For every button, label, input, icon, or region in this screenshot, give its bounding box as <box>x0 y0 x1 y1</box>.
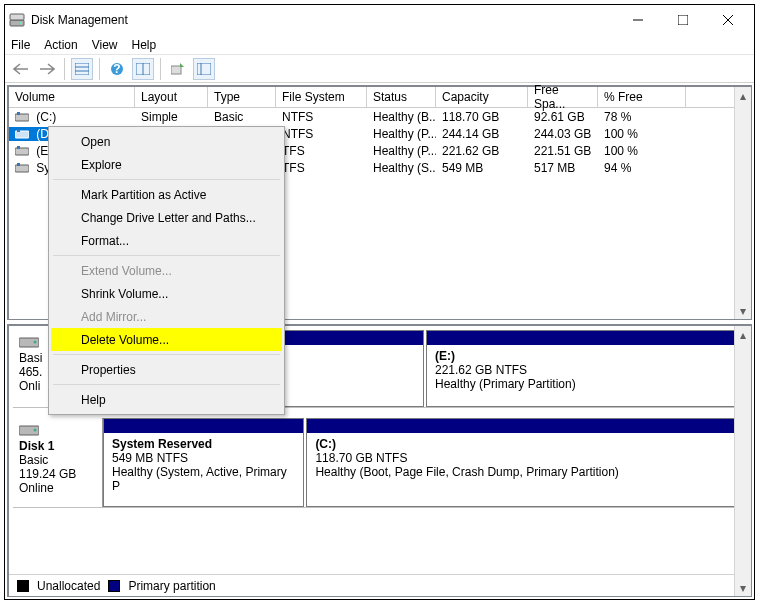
context-menu-item: Add Mirror... <box>51 305 282 328</box>
disk-icon <box>19 422 39 436</box>
svg-rect-19 <box>15 131 29 138</box>
cell: 517 MB <box>528 161 598 175</box>
cell: 221.51 GB <box>528 144 598 158</box>
volume-row[interactable]: (C:)SimpleBasicNTFSHealthy (B...118.70 G… <box>9 108 751 125</box>
column-header[interactable]: Type <box>208 87 276 107</box>
vertical-scrollbar[interactable]: ▴ ▾ <box>734 326 751 596</box>
context-menu-item[interactable]: Help <box>51 388 282 411</box>
menu-action[interactable]: Action <box>44 38 77 52</box>
action-button[interactable] <box>167 58 189 80</box>
cell: NTFS <box>276 127 367 141</box>
svg-rect-17 <box>15 114 29 121</box>
toolbar-divider <box>160 58 161 80</box>
close-button[interactable] <box>705 6 750 34</box>
partition-bar <box>307 419 746 433</box>
scroll-down-button[interactable]: ▾ <box>735 579 751 596</box>
cell: 118.70 GB <box>436 110 528 124</box>
scroll-up-button[interactable]: ▴ <box>735 87 751 104</box>
menubar: File Action View Help <box>5 35 754 55</box>
context-menu: OpenExploreMark Partition as ActiveChang… <box>48 126 285 415</box>
scroll-track[interactable] <box>735 343 751 579</box>
svg-rect-24 <box>17 163 20 166</box>
context-menu-item[interactable]: Shrink Volume... <box>51 282 282 305</box>
help-button[interactable]: ? <box>106 58 128 80</box>
disk-icon <box>19 334 39 348</box>
legend-label: Primary partition <box>128 579 215 593</box>
app-icon <box>9 12 25 28</box>
column-header[interactable]: Capacity <box>436 87 528 107</box>
menu-view[interactable]: View <box>92 38 118 52</box>
back-button[interactable] <box>10 58 32 80</box>
partition[interactable]: (E:)221.62 GB NTFSHealthy (Primary Parti… <box>426 330 747 407</box>
cell: 244.14 GB <box>436 127 528 141</box>
legend: UnallocatedPrimary partition <box>9 574 751 596</box>
toolbar: ? <box>5 55 754 83</box>
context-menu-item[interactable]: Format... <box>51 229 282 252</box>
svg-rect-22 <box>17 146 20 149</box>
graphical-view-button[interactable] <box>132 58 154 80</box>
volume-icon <box>15 161 29 171</box>
vertical-scrollbar[interactable]: ▴ ▾ <box>734 87 751 319</box>
partition-body: (C:)118.70 GB NTFSHealthy (Boot, Page Fi… <box>307 433 746 483</box>
cell: 221.62 GB <box>436 144 528 158</box>
svg-rect-4 <box>678 15 688 25</box>
cell: Healthy (P... <box>367 144 436 158</box>
menu-file[interactable]: File <box>11 38 30 52</box>
svg-rect-20 <box>17 129 20 132</box>
legend-label: Unallocated <box>37 579 100 593</box>
cell: 94 % <box>598 161 686 175</box>
legend-swatch <box>108 580 120 592</box>
context-menu-item[interactable]: Properties <box>51 358 282 381</box>
column-header[interactable]: Free Spa... <box>528 87 598 107</box>
cell: NTFS <box>276 110 367 124</box>
partition[interactable]: System Reserved549 MB NTFSHealthy (Syste… <box>103 418 304 507</box>
forward-button[interactable] <box>36 58 58 80</box>
scroll-down-button[interactable]: ▾ <box>735 302 751 319</box>
table-view-button[interactable] <box>71 58 93 80</box>
column-header[interactable]: Status <box>367 87 436 107</box>
maximize-button[interactable] <box>660 6 705 34</box>
cell: Basic <box>208 110 276 124</box>
titlebar[interactable]: Disk Management <box>5 5 754 35</box>
context-menu-item[interactable]: Explore <box>51 153 282 176</box>
context-menu-item[interactable]: Change Drive Letter and Paths... <box>51 206 282 229</box>
window-title: Disk Management <box>31 13 615 27</box>
menu-separator <box>53 255 280 256</box>
partition-bar <box>104 419 303 433</box>
context-menu-item[interactable]: Mark Partition as Active <box>51 183 282 206</box>
partition[interactable]: (C:)118.70 GB NTFSHealthy (Boot, Page Fi… <box>306 418 747 507</box>
svg-rect-7 <box>75 63 89 75</box>
toolbar-divider <box>99 58 100 80</box>
scroll-up-button[interactable]: ▴ <box>735 326 751 343</box>
column-header[interactable]: Layout <box>135 87 208 107</box>
svg-rect-21 <box>15 148 29 155</box>
cell: Healthy (S... <box>367 161 436 175</box>
partitions-container: System Reserved549 MB NTFSHealthy (Syste… <box>103 418 747 507</box>
disk-label[interactable]: Disk 1Basic119.24 GBOnline <box>13 418 103 507</box>
cell: Simple <box>135 110 208 124</box>
context-menu-item[interactable]: Open <box>51 130 282 153</box>
disk-management-window: Disk Management File Action View Help ? … <box>4 4 755 600</box>
context-menu-item[interactable]: Delete Volume... <box>51 328 282 351</box>
menu-separator <box>53 384 280 385</box>
svg-point-26 <box>34 341 37 344</box>
scroll-track[interactable] <box>735 104 751 302</box>
column-header[interactable]: Volume <box>9 87 135 107</box>
cell: TFS <box>276 144 367 158</box>
column-header[interactable]: % Free <box>598 87 686 107</box>
list-view-button[interactable] <box>193 58 215 80</box>
cell: (C:) <box>9 110 135 124</box>
svg-rect-15 <box>197 63 211 75</box>
partition-body: (E:)221.62 GB NTFSHealthy (Primary Parti… <box>427 345 746 395</box>
cell: Healthy (B... <box>367 110 436 124</box>
toolbar-divider <box>64 58 65 80</box>
menu-help[interactable]: Help <box>132 38 157 52</box>
cell: 78 % <box>598 110 686 124</box>
menu-separator <box>53 354 280 355</box>
partition-bar <box>427 331 746 345</box>
menu-separator <box>53 179 280 180</box>
svg-rect-14 <box>171 66 181 74</box>
svg-rect-1 <box>10 14 24 20</box>
column-header[interactable]: File System <box>276 87 367 107</box>
minimize-button[interactable] <box>615 6 660 34</box>
